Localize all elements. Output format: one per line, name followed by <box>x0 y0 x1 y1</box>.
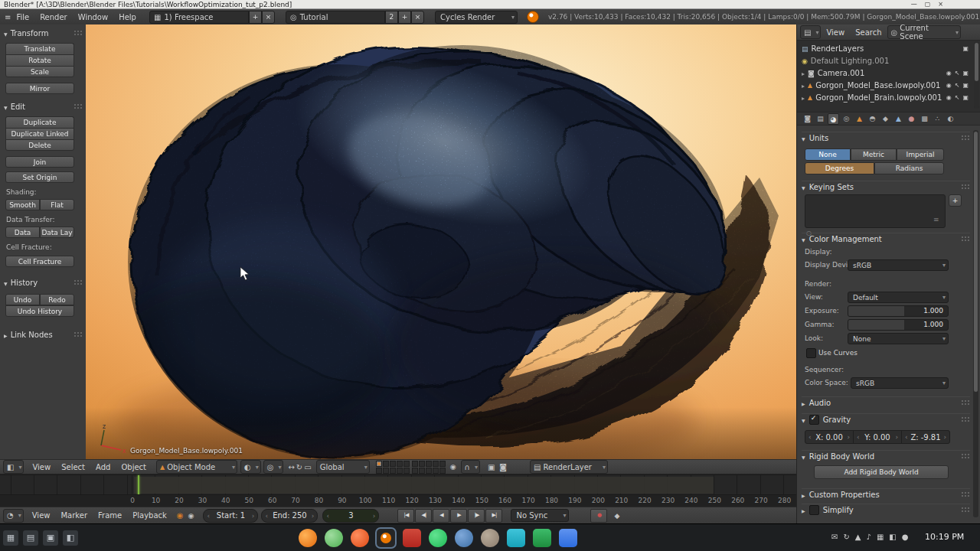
menu-window[interactable]: Window <box>73 13 113 21</box>
opengl-render-anim-icon[interactable] <box>499 463 507 471</box>
taskbar-display-icon[interactable]: ◧ <box>63 530 78 546</box>
opengl-render-image-icon[interactable] <box>488 463 495 471</box>
timeline-menu-frame[interactable]: Frame <box>93 511 127 520</box>
outliner-item-camera[interactable]: Camera.001 <box>802 67 975 79</box>
viewport-shading-selector[interactable] <box>240 460 261 474</box>
taskbar-spotify-icon[interactable] <box>429 529 447 547</box>
taskbar-clock[interactable]: 10:19 PM <box>925 532 964 542</box>
taskbar-media-player-icon[interactable] <box>507 529 525 547</box>
tray-audio-icon[interactable]: ♪ <box>866 533 871 541</box>
preview-range-icon[interactable]: ◉ <box>177 511 184 520</box>
keying-set-icon[interactable] <box>614 512 619 520</box>
viewport-render[interactable] <box>86 24 796 459</box>
current-frame-field[interactable]: 3 <box>322 509 379 523</box>
scale-button[interactable]: Scale <box>5 66 74 77</box>
outliner-menu-view[interactable]: View <box>821 28 850 37</box>
panel-header-units[interactable]: Units <box>802 132 970 144</box>
unit-imperial-button[interactable]: Imperial <box>897 148 944 161</box>
viewport-menu-select[interactable]: Select <box>56 463 90 471</box>
translate-button[interactable]: Translate <box>5 43 74 54</box>
view-dropdown[interactable]: Default <box>848 292 949 303</box>
tab-texture[interactable] <box>919 113 930 125</box>
renderability-icon[interactable] <box>962 82 969 89</box>
data-button[interactable]: Data <box>5 227 40 238</box>
timeline-track[interactable] <box>0 474 796 495</box>
render-engine-selector[interactable]: Cycles Render <box>435 11 518 24</box>
play-reverse-button[interactable] <box>433 509 449 523</box>
pivot-selector[interactable] <box>263 460 284 474</box>
taskbar-blender-icon[interactable] <box>377 529 395 547</box>
tab-scene[interactable] <box>828 113 839 125</box>
undo-history-button[interactable]: Undo History <box>5 305 74 317</box>
render-layer-selector[interactable]: RenderLayer <box>530 460 608 474</box>
gravity-y-field[interactable]: Y: 0.00 <box>853 430 902 444</box>
use-curves-checkbox[interactable] <box>806 348 816 358</box>
tab-object[interactable] <box>854 113 865 125</box>
visibility-eye-icon[interactable] <box>946 70 952 77</box>
outliner-menu-search[interactable]: Search <box>850 28 887 37</box>
simplify-checkbox[interactable] <box>809 505 819 515</box>
add-scene-button[interactable]: + <box>398 11 411 24</box>
panel-header-history[interactable]: History <box>4 277 83 289</box>
start-frame-field[interactable]: Start: 1 <box>203 509 258 523</box>
timeline-menu-playback[interactable]: Playback <box>127 511 172 520</box>
panel-header-link-nodes[interactable]: Link Nodes <box>4 329 83 341</box>
panel-grip-icon[interactable] <box>961 507 970 514</box>
panel-header-keying-sets[interactable]: Keying Sets <box>802 181 970 193</box>
undo-button[interactable]: Undo <box>5 294 40 305</box>
renderability-icon[interactable] <box>962 70 969 77</box>
editor-type-timeline-selector[interactable] <box>3 509 24 523</box>
tray-status-icon[interactable]: ● <box>902 533 909 541</box>
add-rigid-body-world-button[interactable]: Add Rigid Body World <box>814 465 949 479</box>
outliner-item-lighting[interactable]: Default Lighting.001 <box>802 55 975 67</box>
sync-mode-selector[interactable]: No Sync <box>511 509 569 522</box>
timeline-menu-view[interactable]: View <box>27 511 56 520</box>
join-button[interactable]: Join <box>5 156 74 168</box>
look-dropdown[interactable]: None <box>848 333 949 344</box>
viewport-menu-view[interactable]: View <box>27 463 56 471</box>
tray-input-icon[interactable]: ▲ <box>855 533 861 541</box>
gravity-z-field[interactable]: Z: -9.81 <box>901 430 950 444</box>
menu-help[interactable]: Help <box>113 13 142 21</box>
play-button[interactable] <box>450 509 467 523</box>
tab-particles[interactable] <box>932 113 943 125</box>
delete-layout-button[interactable]: × <box>262 11 275 24</box>
render-result-icon[interactable] <box>962 45 969 52</box>
taskbar-gimp-icon[interactable] <box>481 529 499 547</box>
editor-type-outliner-selector[interactable] <box>800 25 821 39</box>
panel-grip-icon[interactable] <box>74 331 83 338</box>
manipulator-scale-icon[interactable] <box>304 463 311 471</box>
auto-keyframe-record-button[interactable] <box>590 509 607 523</box>
data-layout-button[interactable]: Data Lay <box>40 227 74 238</box>
layers-grid-2[interactable] <box>412 461 446 474</box>
manipulator-rotate-icon[interactable] <box>296 463 302 471</box>
timeline-ruler[interactable]: 0102030405060708090100110120130140150160… <box>0 494 796 507</box>
timeline-lock-icon[interactable] <box>188 512 194 520</box>
visibility-eye-icon[interactable] <box>946 82 952 89</box>
delete-button[interactable]: Delete <box>5 139 74 151</box>
duplicate-button[interactable]: Duplicate <box>5 116 74 128</box>
tab-render[interactable] <box>802 113 813 125</box>
panel-grip-icon[interactable] <box>74 103 83 110</box>
panel-header-simplify[interactable]: Simplify <box>802 504 970 516</box>
list-resize-grip-icon[interactable]: ≡ <box>933 216 939 223</box>
scene-selector[interactable]: Tutorial <box>286 11 385 24</box>
outliner-item-model-brain[interactable]: Gorgon_Model_Brain.lowpoly.001 <box>802 92 975 103</box>
editor-type-info-icon[interactable] <box>5 13 11 21</box>
panel-grip-icon[interactable] <box>961 236 970 243</box>
viewport-3d[interactable]: x z Gorgon_Model_Base.lowpoly.001 <box>86 24 796 459</box>
outliner-scrollbar[interactable] <box>974 41 979 109</box>
panel-grip-icon[interactable] <box>74 30 83 37</box>
panel-header-transform[interactable]: Transform <box>4 28 83 39</box>
taskbar-ubuntu-icon[interactable] <box>351 529 369 547</box>
mirror-button[interactable]: Mirror <box>5 83 74 94</box>
visibility-eye-icon[interactable] <box>946 94 952 101</box>
menu-file[interactable]: File <box>11 13 34 21</box>
tab-world[interactable] <box>841 113 852 125</box>
unit-radians-button[interactable]: Radians <box>874 162 944 174</box>
minimize-icon[interactable] <box>911 0 917 9</box>
add-keying-set-button[interactable]: + <box>949 194 962 207</box>
tab-render-layers[interactable] <box>815 113 826 125</box>
keying-sets-list[interactable] <box>805 194 946 228</box>
properties-scrollbar[interactable] <box>973 130 978 517</box>
